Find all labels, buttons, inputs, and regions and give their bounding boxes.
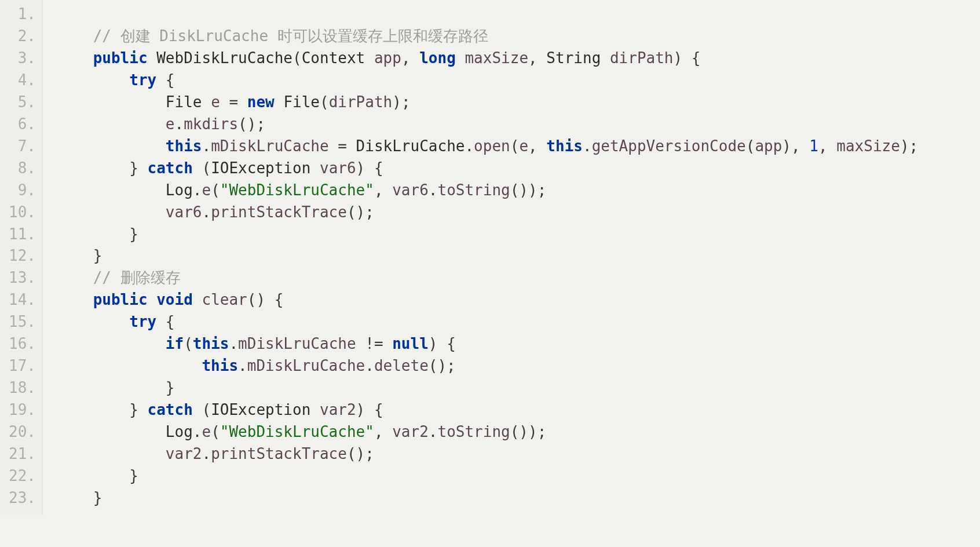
line-number: 2. — [0, 25, 38, 48]
token-ident: clear — [202, 291, 247, 308]
token-pun: . — [175, 115, 184, 133]
token-kw: void — [156, 291, 193, 308]
token-null: null — [392, 335, 429, 352]
token-kw: public — [93, 49, 148, 67]
token-type: IOException — [211, 401, 310, 418]
token-pun: ( — [292, 49, 302, 67]
token-type: Log — [166, 181, 193, 199]
token-type: Log — [166, 423, 193, 440]
token-ident: mkdirs — [184, 115, 238, 133]
token-ident: var2 — [166, 445, 202, 462]
token-pun: ( — [320, 93, 329, 111]
token-str: "WebDiskLruCache" — [220, 423, 374, 440]
token-pun: ()); — [510, 423, 547, 440]
token-pun: (); — [347, 203, 374, 221]
code-line: public void clear() { — [57, 289, 974, 311]
token-type: String — [546, 49, 601, 67]
code-line: public WebDiskLruCache(Context app, long… — [57, 48, 974, 70]
token-kw: this — [546, 137, 583, 155]
token-ident: mDiskLruCache — [247, 357, 365, 374]
code-line: } — [57, 465, 974, 487]
token-kw: this — [166, 137, 202, 155]
token-kw: if — [166, 335, 184, 352]
line-number: 9. — [0, 180, 38, 202]
line-number: 3. — [0, 48, 38, 70]
token-ident: toString — [437, 423, 510, 440]
token-pun: } — [129, 225, 138, 243]
token-pun: . — [465, 137, 474, 155]
token-kw: catch — [148, 159, 193, 177]
token-pun: . — [429, 181, 438, 199]
line-number-gutter: 1.2.3.4.5.6.7.8.9.10.11.12.13.14.15.16.1… — [0, 0, 43, 515]
code-line: var2.printStackTrace(); — [57, 443, 974, 465]
token-ident: getAppVersionCode — [592, 137, 746, 155]
code-line: } — [57, 224, 974, 246]
code-line: } — [57, 487, 974, 509]
token-pun: . — [202, 445, 211, 462]
token-pun: , — [401, 49, 419, 67]
code-line: Log.e("WebDiskLruCache", var2.toString()… — [57, 421, 974, 443]
token-pun: . — [202, 137, 211, 155]
token-pun: ( — [211, 181, 220, 199]
code-line: this.mDiskLruCache.delete(); — [57, 355, 974, 377]
code-line: try { — [57, 311, 974, 333]
line-number: 21. — [0, 443, 38, 465]
line-number: 15. — [0, 311, 38, 333]
line-number: 11. — [0, 224, 38, 246]
line-number: 22. — [0, 465, 38, 487]
token-pun: != — [356, 335, 393, 352]
line-number: 10. — [0, 202, 38, 224]
code-line: // 删除缓存 — [57, 267, 974, 289]
code-content[interactable]: // 创建 DiskLruCache 时可以设置缓存上限和缓存路径 public… — [43, 0, 980, 515]
token-pun: ( — [193, 159, 211, 177]
token-pun: } — [129, 159, 147, 177]
token-ident: delete — [374, 357, 429, 374]
token-pun: ( — [746, 137, 755, 155]
token-pun: ) { — [429, 335, 456, 352]
code-line: File e = new File(dirPath); — [57, 92, 974, 114]
token-ident: var6 — [320, 159, 356, 177]
token-ident: mDiskLruCache — [238, 335, 356, 352]
line-number: 12. — [0, 245, 38, 267]
code-line: this.mDiskLruCache = DiskLruCache.open(e… — [57, 136, 974, 158]
line-number: 13. — [0, 267, 38, 289]
line-number: 1. — [0, 3, 38, 25]
token-pun: ) { — [356, 159, 383, 177]
line-number: 20. — [0, 421, 38, 443]
token-pun: , — [374, 181, 392, 199]
code-line: Log.e("WebDiskLruCache", var6.toString()… — [57, 180, 974, 202]
line-number: 16. — [0, 333, 38, 355]
token-type: IOException — [211, 159, 310, 177]
code-line: } catch (IOException var2) { — [57, 399, 974, 421]
line-number: 4. — [0, 70, 38, 92]
token-pun: { — [156, 313, 174, 330]
token-pun: . — [229, 335, 238, 352]
token-ident: dirPath — [610, 49, 674, 67]
code-line: e.mkdirs(); — [57, 114, 974, 136]
token-ident: open — [474, 137, 510, 155]
token-ident: app — [374, 49, 401, 67]
token-pun: (); — [429, 357, 456, 374]
code-line: if(this.mDiskLruCache != null) { — [57, 333, 974, 355]
token-pun: } — [166, 379, 175, 396]
token-pun: , — [818, 137, 836, 155]
token-pun: ) { — [674, 49, 701, 67]
token-pun: , — [528, 49, 546, 67]
token-kw: public — [93, 291, 148, 308]
token-ident: mDiskLruCache — [211, 137, 329, 155]
token-ident: var6 — [392, 181, 429, 199]
code-line: } — [57, 377, 974, 399]
token-type: File — [283, 93, 320, 111]
token-ident: printStackTrace — [211, 203, 347, 221]
token-pun: = — [329, 137, 356, 155]
code-line: try { — [57, 70, 974, 92]
token-kw: this — [202, 357, 238, 374]
token-pun: . — [193, 181, 202, 199]
token-pun: ( — [193, 401, 211, 418]
token-type: WebDiskLruCache — [156, 49, 292, 67]
token-ident: maxSize — [836, 137, 900, 155]
token-ident: dirPath — [329, 93, 393, 111]
token-kw: this — [193, 335, 229, 352]
token-num: 1 — [809, 137, 818, 155]
code-block: 1.2.3.4.5.6.7.8.9.10.11.12.13.14.15.16.1… — [0, 0, 980, 515]
